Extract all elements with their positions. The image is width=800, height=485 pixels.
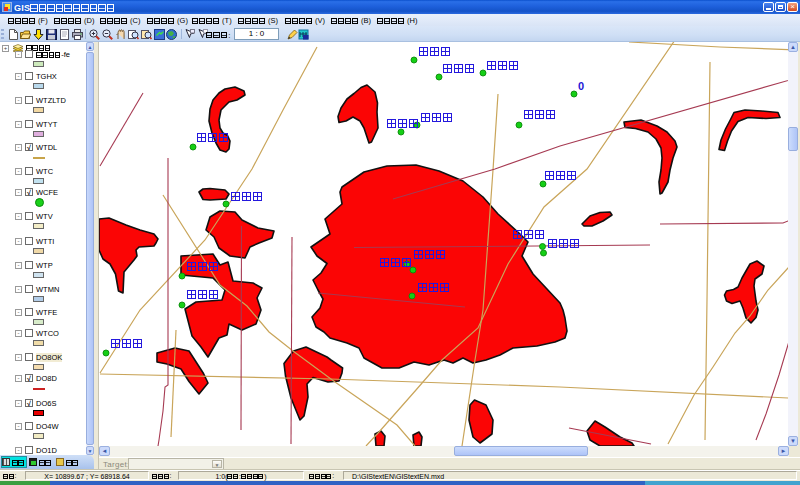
svg-text:0: 0	[578, 80, 584, 92]
